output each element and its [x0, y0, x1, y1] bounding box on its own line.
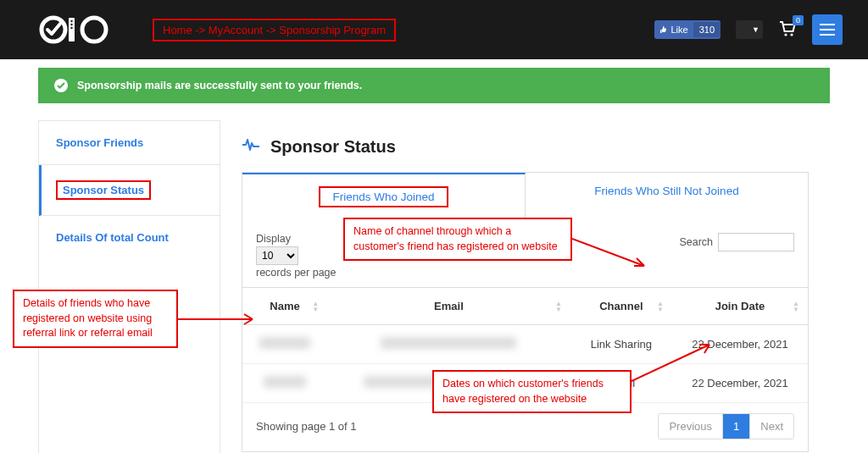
annotation-channel: Name of channel through which a customer… — [343, 218, 572, 261]
cart-count-badge: 0 — [793, 15, 804, 25]
success-alert: Sponsorship mails are successfully sent … — [38, 68, 830, 103]
svg-point-4 — [70, 27, 72, 29]
logo[interactable] — [38, 13, 114, 47]
pager-page-1[interactable]: 1 — [723, 414, 750, 439]
tab-friends-not-joined[interactable]: Friends Who Still Not Joined — [526, 173, 808, 219]
svg-point-5 — [82, 18, 106, 41]
activity-icon — [242, 138, 260, 156]
breadcrumb: Home -> MyAccount -> Sponsorship Program — [153, 19, 396, 41]
page-title: Sponsor Status — [270, 137, 396, 157]
sidebar-item-sponsor-friends[interactable]: Sponsor Friends — [39, 121, 220, 165]
pager-previous[interactable]: Previous — [659, 414, 723, 439]
display-label: Display — [256, 233, 337, 245]
annotation-dates: Dates on which customer's friends have r… — [432, 370, 632, 413]
check-circle-icon — [53, 78, 69, 93]
svg-rect-9 — [820, 29, 835, 30]
showing-text: Showing page 1 of 1 — [256, 420, 357, 433]
col-join-date[interactable]: Join Date▲▼ — [672, 288, 808, 325]
tab-friends-joined[interactable]: Friends Who Joined — [242, 173, 526, 219]
search-input[interactable] — [718, 233, 794, 251]
pager-next[interactable]: Next — [750, 414, 793, 439]
svg-point-6 — [784, 33, 787, 36]
sidebar-item-label: Sponsor Status — [56, 180, 151, 200]
col-name[interactable]: Name▲▼ — [242, 288, 327, 325]
table-row: Link Sharing 22 December, 2021 — [242, 325, 808, 364]
annotation-details: Details of friends who have registered o… — [13, 290, 178, 348]
main-panel: Sponsor Status Friends Who Joined Friend… — [220, 120, 830, 453]
sidebar-item-sponsor-status[interactable]: Sponsor Status — [39, 165, 220, 216]
search-label: Search — [679, 236, 713, 248]
menu-button[interactable] — [812, 14, 843, 45]
svg-point-2 — [70, 20, 72, 22]
cart-button[interactable]: 0 — [778, 20, 797, 40]
col-email[interactable]: Email▲▼ — [327, 288, 570, 325]
top-bar: Home -> MyAccount -> Sponsorship Program… — [0, 0, 868, 59]
account-dropdown[interactable]: ▼ — [736, 20, 763, 39]
tab-label: Friends Who Joined — [319, 186, 448, 207]
svg-rect-8 — [820, 24, 835, 25]
sidebar-item-details-total-count[interactable]: Details Of total Count — [39, 216, 220, 259]
svg-point-7 — [790, 33, 793, 36]
pagination: Previous 1 Next — [658, 413, 794, 439]
svg-point-3 — [70, 24, 72, 25]
page-size-select[interactable]: 10 — [256, 246, 298, 265]
records-per-page-label: records per page — [256, 267, 337, 279]
sidebar: Sponsor Friends Sponsor Status Details O… — [38, 120, 220, 453]
col-channel[interactable]: Channel▲▼ — [570, 288, 672, 325]
facebook-like-button[interactable]: Like 310 — [654, 20, 721, 39]
tabs: Friends Who Joined Friends Who Still Not… — [242, 172, 809, 219]
svg-rect-10 — [820, 34, 835, 36]
